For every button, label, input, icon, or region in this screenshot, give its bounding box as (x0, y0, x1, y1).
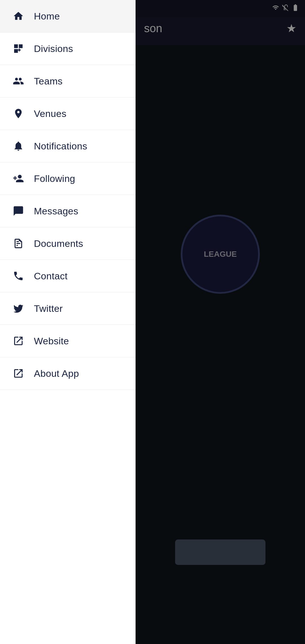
documents-icon (11, 236, 25, 251)
menu-item-twitter[interactable]: Twitter (0, 292, 136, 325)
side-drawer: Home Divisions Teams Venues (0, 0, 136, 644)
messages-icon (11, 204, 25, 218)
twitter-icon (11, 301, 25, 316)
menu-item-about-app[interactable]: About App (0, 357, 136, 390)
venues-icon (11, 106, 25, 121)
menu-label-documents: Documents (34, 238, 83, 249)
menu-label-twitter: Twitter (34, 303, 63, 314)
menu-item-following[interactable]: Following (0, 162, 136, 195)
menu-item-venues[interactable]: Venues (0, 97, 136, 130)
menu-label-divisions: Divisions (34, 43, 73, 54)
menu-label-following: Following (34, 173, 75, 184)
menu-label-home: Home (34, 11, 60, 22)
about-icon (11, 366, 25, 380)
home-icon (11, 9, 25, 23)
menu-label-contact: Contact (34, 271, 67, 282)
menu-item-documents[interactable]: Documents (0, 227, 136, 260)
menu-item-home[interactable]: Home (0, 0, 136, 32)
drawer-overlay[interactable] (136, 0, 305, 644)
menu-item-teams[interactable]: Teams (0, 65, 136, 97)
following-icon (11, 171, 25, 186)
drawer-empty-space (0, 390, 136, 644)
menu-label-notifications: Notifications (34, 141, 87, 152)
teams-icon (11, 74, 25, 88)
website-icon (11, 334, 25, 348)
menu-item-website[interactable]: Website (0, 325, 136, 357)
menu-label-messages: Messages (34, 206, 78, 217)
menu-label-about-app: About App (34, 368, 79, 379)
menu-item-messages[interactable]: Messages (0, 195, 136, 227)
drawer-menu: Home Divisions Teams Venues (0, 0, 136, 644)
contact-icon (11, 269, 25, 283)
notifications-icon (11, 139, 25, 153)
menu-item-contact[interactable]: Contact (0, 260, 136, 292)
divisions-icon (11, 42, 25, 56)
menu-label-website: Website (34, 336, 69, 347)
menu-item-notifications[interactable]: Notifications (0, 130, 136, 162)
menu-item-divisions[interactable]: Divisions (0, 32, 136, 65)
menu-label-teams: Teams (34, 76, 63, 87)
menu-label-venues: Venues (34, 108, 66, 119)
